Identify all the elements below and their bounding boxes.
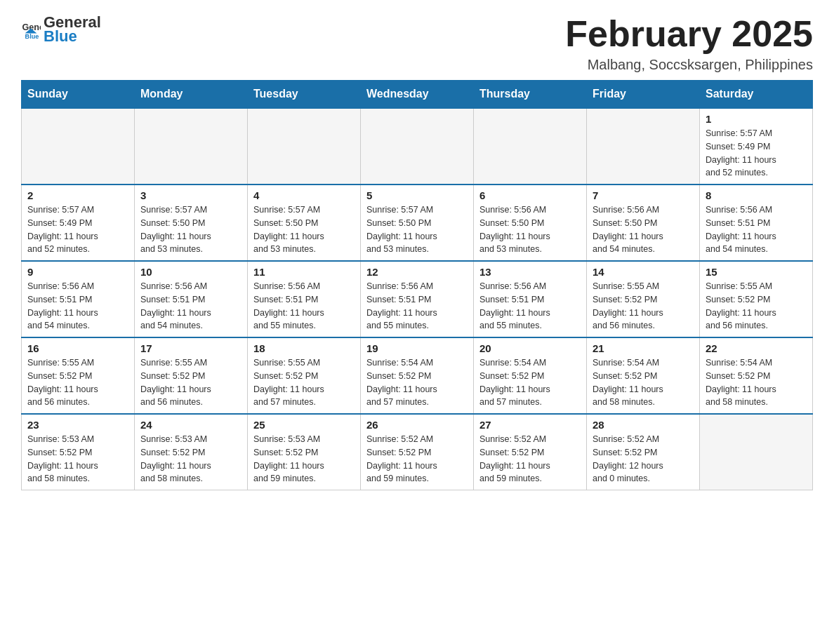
title-section: February 2025 Malbang, Soccsksargen, Phi… <box>565 14 813 73</box>
week-row-4: 16Sunrise: 5:55 AMSunset: 5:52 PMDayligh… <box>22 337 813 414</box>
svg-text:Blue: Blue <box>25 33 39 39</box>
day-info: Sunrise: 5:54 AMSunset: 5:52 PMDaylight:… <box>366 356 468 409</box>
day-info: Sunrise: 5:54 AMSunset: 5:52 PMDaylight:… <box>479 356 581 409</box>
calendar-cell: 11Sunrise: 5:56 AMSunset: 5:51 PMDayligh… <box>248 261 361 337</box>
calendar-cell: 21Sunrise: 5:54 AMSunset: 5:52 PMDayligh… <box>587 337 700 414</box>
header-wednesday: Wednesday <box>361 81 474 109</box>
day-info: Sunrise: 5:57 AMSunset: 5:50 PMDaylight:… <box>366 203 468 256</box>
day-info: Sunrise: 5:56 AMSunset: 5:51 PMDaylight:… <box>140 280 241 333</box>
calendar-cell: 13Sunrise: 5:56 AMSunset: 5:51 PMDayligh… <box>474 261 587 337</box>
day-number: 4 <box>253 189 355 201</box>
calendar-cell: 3Sunrise: 5:57 AMSunset: 5:50 PMDaylight… <box>135 185 248 261</box>
week-row-3: 9Sunrise: 5:56 AMSunset: 5:51 PMDaylight… <box>22 261 813 337</box>
logo: General Blue General Blue <box>21 14 101 45</box>
calendar-cell <box>700 414 813 490</box>
day-info: Sunrise: 5:56 AMSunset: 5:51 PMDaylight:… <box>706 203 807 256</box>
day-info: Sunrise: 5:55 AMSunset: 5:52 PMDaylight:… <box>27 356 128 409</box>
calendar-cell: 25Sunrise: 5:53 AMSunset: 5:52 PMDayligh… <box>248 414 361 490</box>
day-number: 28 <box>593 419 694 431</box>
day-info: Sunrise: 5:54 AMSunset: 5:52 PMDaylight:… <box>706 356 807 409</box>
day-number: 8 <box>706 189 807 201</box>
calendar-cell: 16Sunrise: 5:55 AMSunset: 5:52 PMDayligh… <box>22 337 135 414</box>
calendar-cell: 18Sunrise: 5:55 AMSunset: 5:52 PMDayligh… <box>248 337 361 414</box>
day-info: Sunrise: 5:57 AMSunset: 5:49 PMDaylight:… <box>27 203 128 256</box>
day-info: Sunrise: 5:55 AMSunset: 5:52 PMDaylight:… <box>593 280 694 333</box>
day-number: 14 <box>593 266 694 278</box>
day-number: 7 <box>593 189 694 201</box>
header-thursday: Thursday <box>474 81 587 109</box>
day-info: Sunrise: 5:56 AMSunset: 5:51 PMDaylight:… <box>366 280 468 333</box>
calendar-cell: 12Sunrise: 5:56 AMSunset: 5:51 PMDayligh… <box>361 261 474 337</box>
day-number: 1 <box>706 113 807 125</box>
calendar-cell <box>361 108 474 185</box>
calendar-cell: 4Sunrise: 5:57 AMSunset: 5:50 PMDaylight… <box>248 185 361 261</box>
day-info: Sunrise: 5:55 AMSunset: 5:52 PMDaylight:… <box>253 356 355 409</box>
calendar-cell: 9Sunrise: 5:56 AMSunset: 5:51 PMDaylight… <box>22 261 135 337</box>
logo-icon: General Blue <box>21 20 41 39</box>
day-number: 21 <box>593 342 694 354</box>
calendar-cell: 2Sunrise: 5:57 AMSunset: 5:49 PMDaylight… <box>22 185 135 261</box>
calendar-cell: 15Sunrise: 5:55 AMSunset: 5:52 PMDayligh… <box>700 261 813 337</box>
calendar-cell <box>587 108 700 185</box>
calendar-cell: 28Sunrise: 5:52 AMSunset: 5:52 PMDayligh… <box>587 414 700 490</box>
month-title: February 2025 <box>565 14 813 54</box>
day-number: 26 <box>366 419 468 431</box>
calendar-cell: 24Sunrise: 5:53 AMSunset: 5:52 PMDayligh… <box>135 414 248 490</box>
day-info: Sunrise: 5:54 AMSunset: 5:52 PMDaylight:… <box>593 356 694 409</box>
calendar-cell: 26Sunrise: 5:52 AMSunset: 5:52 PMDayligh… <box>361 414 474 490</box>
header-saturday: Saturday <box>700 81 813 109</box>
calendar-cell: 5Sunrise: 5:57 AMSunset: 5:50 PMDaylight… <box>361 185 474 261</box>
day-number: 18 <box>253 342 355 354</box>
day-info: Sunrise: 5:56 AMSunset: 5:51 PMDaylight:… <box>479 280 581 333</box>
day-number: 20 <box>479 342 581 354</box>
logo-blue-text: Blue <box>44 28 101 45</box>
calendar-cell: 22Sunrise: 5:54 AMSunset: 5:52 PMDayligh… <box>700 337 813 414</box>
calendar-cell: 17Sunrise: 5:55 AMSunset: 5:52 PMDayligh… <box>135 337 248 414</box>
header-friday: Friday <box>587 81 700 109</box>
day-number: 2 <box>27 189 128 201</box>
calendar-cell: 10Sunrise: 5:56 AMSunset: 5:51 PMDayligh… <box>135 261 248 337</box>
day-info: Sunrise: 5:55 AMSunset: 5:52 PMDaylight:… <box>706 280 807 333</box>
calendar-cell: 1Sunrise: 5:57 AMSunset: 5:49 PMDaylight… <box>700 108 813 185</box>
calendar-cell: 27Sunrise: 5:52 AMSunset: 5:52 PMDayligh… <box>474 414 587 490</box>
calendar-header-row: Sunday Monday Tuesday Wednesday Thursday… <box>22 81 813 109</box>
day-number: 22 <box>706 342 807 354</box>
day-number: 23 <box>27 419 128 431</box>
header-monday: Monday <box>135 81 248 109</box>
day-number: 5 <box>366 189 468 201</box>
day-number: 27 <box>479 419 581 431</box>
day-info: Sunrise: 5:56 AMSunset: 5:51 PMDaylight:… <box>27 280 128 333</box>
day-info: Sunrise: 5:56 AMSunset: 5:50 PMDaylight:… <box>479 203 581 256</box>
day-number: 16 <box>27 342 128 354</box>
day-number: 13 <box>479 266 581 278</box>
day-number: 17 <box>140 342 241 354</box>
week-row-2: 2Sunrise: 5:57 AMSunset: 5:49 PMDaylight… <box>22 185 813 261</box>
header-tuesday: Tuesday <box>248 81 361 109</box>
calendar-cell: 20Sunrise: 5:54 AMSunset: 5:52 PMDayligh… <box>474 337 587 414</box>
calendar-cell <box>248 108 361 185</box>
week-row-1: 1Sunrise: 5:57 AMSunset: 5:49 PMDaylight… <box>22 108 813 185</box>
day-number: 25 <box>253 419 355 431</box>
day-info: Sunrise: 5:57 AMSunset: 5:49 PMDaylight:… <box>706 127 807 180</box>
day-info: Sunrise: 5:52 AMSunset: 5:52 PMDaylight:… <box>593 433 694 485</box>
calendar-cell: 6Sunrise: 5:56 AMSunset: 5:50 PMDaylight… <box>474 185 587 261</box>
calendar-cell <box>22 108 135 185</box>
day-number: 6 <box>479 189 581 201</box>
calendar-cell: 7Sunrise: 5:56 AMSunset: 5:50 PMDaylight… <box>587 185 700 261</box>
day-info: Sunrise: 5:53 AMSunset: 5:52 PMDaylight:… <box>253 433 355 485</box>
week-row-5: 23Sunrise: 5:53 AMSunset: 5:52 PMDayligh… <box>22 414 813 490</box>
day-info: Sunrise: 5:53 AMSunset: 5:52 PMDaylight:… <box>140 433 241 485</box>
calendar-cell: 8Sunrise: 5:56 AMSunset: 5:51 PMDaylight… <box>700 185 813 261</box>
calendar-cell <box>474 108 587 185</box>
day-info: Sunrise: 5:55 AMSunset: 5:52 PMDaylight:… <box>140 356 241 409</box>
day-number: 3 <box>140 189 241 201</box>
day-number: 15 <box>706 266 807 278</box>
header-sunday: Sunday <box>22 81 135 109</box>
calendar-cell: 23Sunrise: 5:53 AMSunset: 5:52 PMDayligh… <box>22 414 135 490</box>
calendar-table: Sunday Monday Tuesday Wednesday Thursday… <box>21 80 813 490</box>
day-number: 9 <box>27 266 128 278</box>
day-info: Sunrise: 5:56 AMSunset: 5:50 PMDaylight:… <box>593 203 694 256</box>
day-info: Sunrise: 5:53 AMSunset: 5:52 PMDaylight:… <box>27 433 128 485</box>
day-number: 19 <box>366 342 468 354</box>
day-number: 11 <box>253 266 355 278</box>
